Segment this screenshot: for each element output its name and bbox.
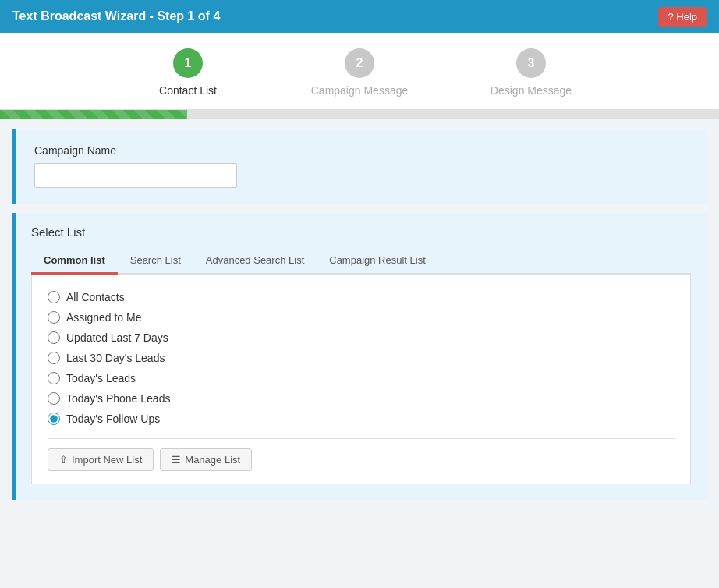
list-divider	[48, 438, 675, 439]
tab-campaign-result-list[interactable]: Campaign Result List	[317, 248, 438, 275]
radio-todays-phone-leads: Today's Phone Leads	[48, 388, 675, 409]
sections-wrapper: Campaign Name Select List Common list Se…	[0, 119, 719, 509]
radio-updated-last-7-days: Updated Last 7 Days	[48, 328, 675, 348]
radio-todays-follow-ups-label: Today's Follow Ups	[66, 413, 160, 425]
radio-updated-last-7-days-label: Updated Last 7 Days	[66, 331, 168, 344]
step-1-circle: 1	[173, 48, 203, 78]
radio-all-contacts-label: All Contacts	[66, 291, 125, 303]
radio-assigned-to-me: Assigned to Me	[48, 307, 675, 328]
step-2-circle: 2	[345, 48, 374, 78]
tab-common-list[interactable]: Common list	[31, 248, 118, 275]
radio-todays-phone-leads-label: Today's Phone Leads	[66, 392, 170, 405]
step-3-circle: 3	[516, 48, 546, 78]
select-list-section: Select List Common list Search List Adva…	[12, 213, 707, 500]
step-1-number: 1	[185, 56, 192, 70]
select-list-title: Select List	[31, 225, 691, 239]
radio-all-contacts-input[interactable]	[48, 291, 60, 303]
step-3-label: Design Message	[491, 84, 572, 97]
tab-search-list[interactable]: Search List	[118, 248, 193, 275]
radio-todays-leads: Today's Leads	[48, 368, 675, 388]
radio-all-contacts: All Contacts	[48, 287, 675, 307]
import-new-list-label: Import New List	[72, 454, 142, 466]
radio-todays-follow-ups-input[interactable]	[48, 413, 60, 425]
help-button[interactable]: ? Help	[658, 7, 707, 27]
step-2: 2 Campaign Message	[274, 48, 445, 97]
step-2-label: Campaign Message	[311, 84, 409, 97]
step-2-number: 2	[356, 56, 363, 70]
wizard-steps: 1 Contact List 2 Campaign Message 3 Desi…	[0, 33, 719, 110]
campaign-name-label: Campaign Name	[34, 144, 688, 157]
radio-last-30-days-leads-input[interactable]	[48, 352, 60, 364]
radio-assigned-to-me-label: Assigned to Me	[66, 311, 142, 324]
radio-last-30-days-leads-label: Last 30 Day's Leads	[66, 352, 165, 364]
radio-assigned-to-me-input[interactable]	[48, 311, 60, 324]
list-icon: ☰	[172, 454, 181, 466]
campaign-name-input[interactable]	[34, 163, 237, 188]
step-1: 1 Contact List	[102, 48, 274, 97]
app-wrapper: Text Broadcast Wizard - Step 1 of 4 ? He…	[0, 0, 719, 509]
radio-last-30-days-leads: Last 30 Day's Leads	[48, 348, 675, 368]
radio-updated-last-7-days-input[interactable]	[48, 331, 60, 344]
progress-bar-fill	[0, 110, 187, 119]
step-1-label: Contact List	[159, 84, 217, 97]
radio-todays-follow-ups: Today's Follow Ups	[48, 409, 675, 429]
action-buttons: ⇧ Import New List ☰ Manage List	[48, 448, 675, 471]
progress-bar-container	[0, 110, 719, 119]
radio-todays-leads-input[interactable]	[48, 372, 60, 384]
radio-todays-phone-leads-input[interactable]	[48, 392, 60, 405]
upload-icon: ⇧	[59, 454, 68, 466]
tab-advanced-search-list[interactable]: Advanced Search List	[193, 248, 317, 275]
page-title: Text Broadcast Wizard - Step 1 of 4	[12, 9, 220, 23]
step-3: 3 Design Message	[445, 48, 617, 97]
tabs-container: Common list Search List Advanced Search …	[31, 248, 691, 275]
header: Text Broadcast Wizard - Step 1 of 4 ? He…	[0, 0, 719, 33]
manage-list-button[interactable]: ☰ Manage List	[160, 448, 252, 471]
list-content: All Contacts Assigned to Me Updated Last…	[31, 275, 691, 484]
radio-todays-leads-label: Today's Leads	[66, 372, 136, 384]
manage-list-label: Manage List	[185, 454, 240, 466]
import-new-list-button[interactable]: ⇧ Import New List	[48, 448, 154, 471]
step-3-number: 3	[528, 56, 535, 70]
campaign-section: Campaign Name	[12, 129, 707, 204]
